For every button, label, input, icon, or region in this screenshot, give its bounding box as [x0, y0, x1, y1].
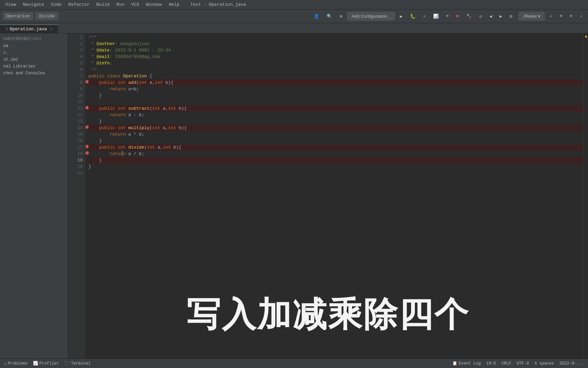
stop-icon[interactable]: ■	[454, 12, 462, 20]
debug-icon[interactable]: 🐛	[407, 12, 418, 20]
window-title: Test - Operation.java	[190, 2, 246, 7]
code-line-21	[88, 170, 588, 177]
code-line-5: * @info:	[88, 60, 588, 66]
code-line-11	[88, 99, 588, 105]
line-10: 10	[68, 92, 83, 99]
nav-back-icon[interactable]: ◀	[487, 12, 495, 20]
problems-label: Problems	[8, 361, 28, 366]
editor-area[interactable]: 1 2 3 4 5 6 7 8 9 10 11 12 12 13 14 15 1…	[68, 33, 588, 358]
event-log-label: Event Log	[459, 361, 481, 366]
toolbar-extra-4[interactable]: ⚡	[577, 12, 585, 20]
line-15: 14	[68, 125, 83, 131]
code-line-10: }	[88, 92, 588, 99]
settings-icon[interactable]: ⚙	[507, 12, 515, 20]
line-19: 18	[68, 151, 83, 157]
line-21: 20	[68, 164, 83, 170]
sidebar-item-c[interactable]: c.	[0, 49, 68, 56]
sidebar-item-stiml[interactable]: st.iml	[0, 56, 68, 63]
menu-run[interactable]: Run	[114, 1, 127, 8]
terminal-label: Terminal	[71, 361, 91, 366]
status-line-sep[interactable]: CRLF	[499, 359, 514, 368]
profiler-label: Profiler	[39, 361, 59, 366]
status-problems[interactable]: ⚠ Problems	[1, 359, 30, 368]
code-line-13: }	[88, 118, 588, 125]
code-line-12: public int subtract(int a,int b){	[88, 105, 588, 112]
status-profiler[interactable]: 📈 Profiler	[30, 359, 62, 368]
menu-navigate[interactable]: Navigate	[20, 1, 47, 8]
file-tab-operation-java[interactable]: J Operation.java ✕	[0, 25, 58, 33]
code-line-19: }	[88, 157, 588, 164]
event-log-icon: 📋	[452, 361, 457, 366]
main-layout: DA软件测试项目\Test ea c. st.iml nal Libraries…	[0, 33, 588, 358]
code-line-15: return a * b;	[88, 131, 588, 138]
status-event-log[interactable]: 📋 Event Log	[450, 359, 484, 368]
toolbar-extra-1[interactable]: ⚡	[547, 12, 555, 20]
profile-icon[interactable]: 📊	[430, 12, 441, 20]
toolbar-tab-divide[interactable]: divide	[35, 12, 58, 20]
menubar: View Navigate Code Refactor Build Run VC…	[0, 0, 588, 10]
code-line-18: return a / b;	[88, 151, 588, 157]
run-icon[interactable]: ▶	[397, 12, 405, 20]
sidebar-project-title: DA软件测试项目\Test	[0, 35, 68, 43]
line-14: 13	[68, 118, 83, 125]
code-line-3: * @date: 2022-9-1 0001 - 20:34	[88, 47, 588, 53]
status-cursor-pos[interactable]: 19:6	[484, 359, 499, 368]
sidebar-item-ea[interactable]: ea	[0, 43, 68, 49]
code-line-6: */	[88, 66, 588, 73]
overlay-text: 写入加减乘除四个	[68, 292, 588, 338]
line-7: 7	[68, 73, 83, 79]
build-icon[interactable]: 🔨	[463, 12, 474, 20]
toolbar-extra-3[interactable]: ≡	[567, 12, 575, 20]
status-terminal[interactable]: ⬛ Terminal	[62, 359, 93, 368]
line-8: 8	[68, 79, 83, 86]
profiler-icon: 📈	[33, 361, 38, 366]
jrebel-button[interactable]: JRebel ▾	[519, 12, 545, 20]
add-configuration-button[interactable]: Add Configuration...	[347, 12, 395, 20]
line-2: 2	[68, 41, 83, 47]
file-tab-close-icon[interactable]: ✕	[50, 27, 53, 31]
menu-view[interactable]: View	[3, 1, 19, 8]
line-6: 6	[68, 66, 83, 73]
line-1: 1	[68, 34, 83, 41]
toolbar-extra-2[interactable]: ≡	[557, 12, 565, 20]
menu-window[interactable]: Window	[143, 1, 165, 8]
line-4: 4	[68, 53, 83, 60]
code-line-12b: return a - b;	[88, 112, 588, 118]
menu-build[interactable]: Build	[94, 1, 112, 8]
line-numbers: 1 2 3 4 5 6 7 8 9 10 11 12 12 13 14 15 1…	[68, 33, 85, 358]
menu-help[interactable]: Help	[166, 1, 182, 8]
sidebar: DA软件测试项目\Test ea c. st.iml nal Libraries…	[0, 33, 68, 358]
line-11: 11	[68, 99, 83, 105]
toolbar-icon-search[interactable]: 🔍	[324, 12, 335, 20]
menu-vcs[interactable]: VCS	[129, 1, 142, 8]
nav-fwd-icon[interactable]: ▶	[497, 12, 505, 20]
more-icon[interactable]: ≡	[443, 12, 452, 20]
line-18: 17	[68, 144, 83, 151]
toolbar-icon-gear[interactable]: ⚙	[337, 12, 345, 20]
menu-code[interactable]: Code	[48, 1, 64, 8]
code-line-20: }	[88, 164, 588, 170]
sidebar-item-consoles[interactable]: ches and Consoles	[0, 70, 68, 77]
menu-refactor[interactable]: Refactor	[66, 1, 92, 8]
code-line-1: /**	[88, 34, 588, 41]
sidebar-item-libraries[interactable]: nal Libraries	[0, 63, 68, 70]
code-line-8: public int add(int a,int b){	[88, 79, 588, 86]
code-line-9: return a+b;	[88, 86, 588, 92]
line-16: 15	[68, 131, 83, 138]
code-line-2: * @author: wangyoujian	[88, 41, 588, 47]
line-17: 16	[68, 138, 83, 144]
problems-icon: ⚠	[4, 361, 6, 366]
coverage-icon[interactable]: ⚡	[420, 12, 428, 20]
toolbar-tab-operation[interactable]: Operation	[3, 12, 33, 20]
code-editor[interactable]: /** * @author: wangyoujian * @date: 2022…	[88, 33, 588, 177]
warning-indicator: ▲	[585, 34, 587, 39]
right-gutter: ▲	[583, 33, 588, 358]
code-line-4: * @mail: 2560547980@qq.com	[88, 53, 588, 60]
line-20: 19	[68, 157, 83, 164]
line-22: 21	[68, 170, 83, 177]
toolbar-icon-1[interactable]: 👤	[311, 12, 322, 20]
status-encoding[interactable]: UTF-8	[514, 359, 532, 368]
status-indent[interactable]: 4 spaces	[532, 359, 557, 368]
line-9: 9	[68, 86, 83, 92]
rerun-icon[interactable]: ↺	[476, 12, 485, 20]
